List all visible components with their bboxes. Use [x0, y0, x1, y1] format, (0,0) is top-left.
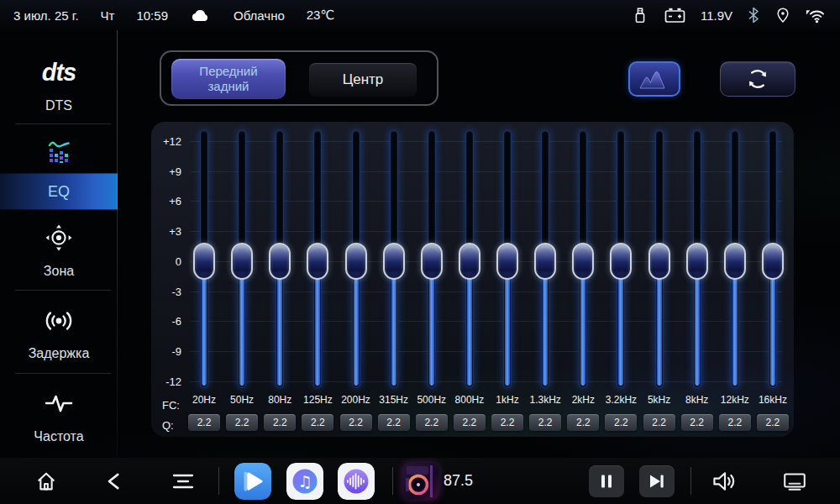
eq-slider-thumb[interactable]	[762, 243, 784, 280]
eq-slider-fill	[657, 262, 662, 386]
eq-slider-fill	[315, 262, 320, 386]
frequency-icon[interactable]	[0, 390, 118, 417]
dock-divider	[218, 467, 219, 495]
wifi-icon[interactable]	[806, 6, 827, 24]
eq-slider-fill	[202, 262, 207, 386]
location-icon[interactable]	[774, 6, 791, 25]
eq-band-q-button[interactable]: 2.2	[302, 414, 333, 431]
dock-bar: ♫	[0, 458, 840, 504]
back-icon[interactable]	[103, 458, 127, 504]
eq-band-q-button[interactable]: 2.2	[681, 414, 713, 431]
sidebar-item-delay[interactable]: Задержка	[0, 346, 118, 361]
eq-band-q-button[interactable]: 2.2	[567, 414, 599, 431]
volume-icon[interactable]	[711, 458, 739, 504]
car-battery-icon	[664, 5, 686, 25]
radio-app-icon[interactable]	[402, 458, 439, 504]
eq-scale-label: +6	[151, 195, 181, 207]
cloud-icon	[190, 7, 212, 24]
display-icon[interactable]	[781, 458, 808, 504]
status-time: 10:59	[136, 8, 168, 23]
eq-slider-thumb[interactable]	[610, 243, 632, 280]
sidebar-item-eq[interactable]: EQ	[0, 173, 118, 210]
status-weather: Облачно	[234, 8, 285, 23]
eq-slider-thumb[interactable]	[459, 243, 480, 280]
eq-band-q-button[interactable]: 2.2	[226, 414, 258, 431]
eq-slider-thumb[interactable]	[383, 243, 405, 280]
eq-scale-label: -3	[151, 285, 181, 297]
status-temperature: 23℃	[307, 8, 335, 23]
sidebar-item-dts[interactable]: DTS	[0, 98, 118, 113]
eq-slider-fill	[732, 262, 738, 386]
eq-scale-label: 0	[151, 255, 181, 267]
eq-slider-thumb[interactable]	[648, 243, 670, 280]
tab-center[interactable]: Центр	[309, 63, 417, 97]
home-icon[interactable]	[34, 458, 58, 504]
sidebar-item-zone[interactable]: Зона	[0, 264, 118, 279]
eq-slider-fill	[429, 262, 434, 386]
eq-slider-thumb[interactable]	[193, 243, 215, 280]
sidebar-divider	[15, 290, 111, 291]
reset-icon	[745, 66, 770, 92]
eq-slider-thumb[interactable]	[345, 243, 367, 280]
eq-slider-thumb[interactable]	[686, 243, 708, 280]
dock-divider	[392, 467, 393, 495]
eq-slider-fill	[277, 262, 282, 386]
usb-drive-icon	[631, 5, 649, 25]
eq-slider-fill	[467, 262, 472, 386]
sidebar-divider	[15, 373, 111, 374]
music-app-icon[interactable]: ♫	[286, 458, 323, 504]
tab-front-rear[interactable]: Передний задний	[171, 59, 286, 99]
eq-band-q-button[interactable]: 2.2	[643, 414, 675, 431]
status-voltage: 11.9V	[701, 8, 732, 23]
q-row-label: Q:	[162, 419, 174, 432]
eq-band-q-button[interactable]: 2.2	[416, 414, 448, 431]
eq-band-q-button[interactable]: 2.2	[529, 414, 561, 431]
eq-band-q-button[interactable]: 2.2	[264, 414, 296, 431]
eq-slider-fill	[770, 262, 775, 386]
eq-slider-thumb[interactable]	[269, 243, 291, 280]
sidebar-item-frequency[interactable]: Частота	[0, 429, 118, 444]
equalizer-icon[interactable]	[0, 138, 118, 168]
eq-band-q-button[interactable]: 2.2	[188, 414, 220, 431]
pause-button[interactable]	[589, 458, 624, 504]
status-date: 3 июл. 25 г.	[13, 8, 79, 23]
eq-slider-thumb[interactable]	[534, 243, 556, 280]
eq-band-q-button[interactable]: 2.2	[491, 414, 523, 431]
sidebar-divider	[15, 123, 111, 124]
eq-slider-thumb[interactable]	[307, 243, 328, 280]
eq-slider-thumb[interactable]	[724, 243, 746, 280]
speaker-tabs: Передний задний Центр	[160, 50, 438, 106]
eq-slider-thumb[interactable]	[231, 243, 253, 280]
next-track-button[interactable]	[639, 458, 675, 504]
reset-button[interactable]	[720, 61, 795, 97]
eq-slider-thumb[interactable]	[572, 243, 594, 280]
eq-band-q-button[interactable]: 2.2	[605, 414, 637, 431]
eq-band-q-button[interactable]: 2.2	[757, 414, 789, 431]
video-app-icon[interactable]	[234, 458, 271, 504]
eq-curve-button[interactable]	[628, 61, 680, 97]
main-area: Передний задний Центр FC: Q: +12+9+	[118, 30, 840, 458]
zone-icon[interactable]	[0, 223, 118, 254]
eq-band-q-button[interactable]: 2.2	[378, 414, 410, 431]
bluetooth-icon[interactable]	[747, 6, 760, 24]
delay-icon[interactable]	[0, 306, 118, 336]
tab-center-label: Центр	[343, 71, 384, 88]
eq-slider-fill	[618, 262, 623, 386]
pause-icon	[598, 473, 615, 490]
sidebar-item-eq-label: EQ	[48, 183, 70, 201]
status-weekday: Чт	[101, 8, 115, 23]
menu-icon[interactable]	[171, 458, 195, 504]
eq-band-q-button[interactable]: 2.2	[454, 414, 486, 431]
eq-scale-label: +9	[151, 165, 181, 177]
eq-slider-fill	[695, 262, 700, 386]
dts-logo: dts	[0, 59, 118, 87]
voice-app-icon[interactable]	[338, 458, 375, 504]
eq-slider-thumb[interactable]	[421, 243, 443, 280]
eq-slider-fill	[354, 262, 359, 386]
eq-band-q-button[interactable]: 2.2	[340, 414, 372, 431]
eq-scale-label: -6	[151, 315, 181, 328]
tab-front-rear-label: Передний задний	[181, 64, 276, 94]
eq-slider-fill	[391, 262, 396, 386]
eq-slider-thumb[interactable]	[496, 243, 518, 280]
eq-band-q-button[interactable]: 2.2	[719, 414, 751, 431]
